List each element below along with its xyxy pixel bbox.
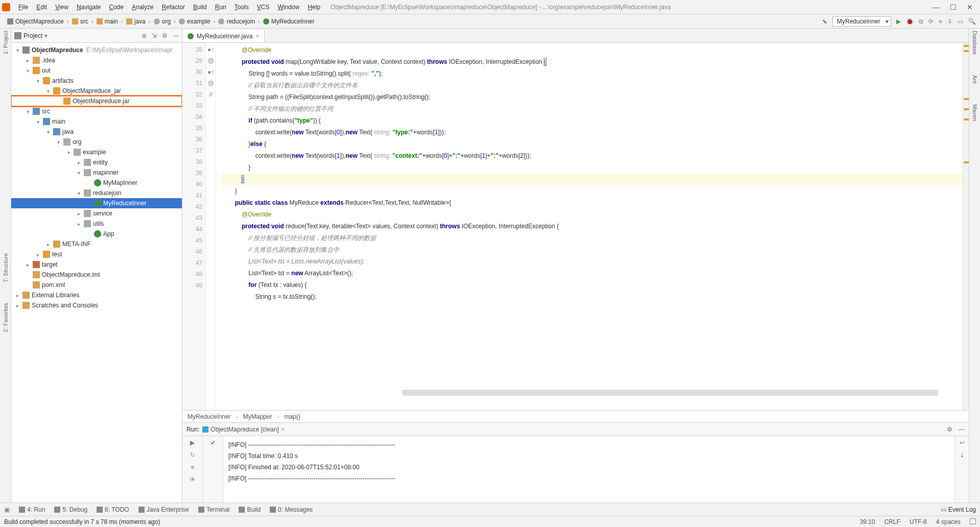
tree-item[interactable]: ObjectMapreduce.jar <box>11 96 182 106</box>
code-editor[interactable]: @Override protected void map(LongWritabl… <box>216 43 963 410</box>
tool-tab-ant[interactable]: Ant <box>972 75 978 84</box>
tree-item[interactable]: App <box>11 229 182 239</box>
maximize-button[interactable]: ☐ <box>950 3 956 11</box>
breadcrumb-item[interactable]: src <box>69 17 91 26</box>
tree-item[interactable]: ▾example <box>11 147 182 157</box>
bottom-tool-6-todo[interactable]: 6: TODO <box>97 506 129 513</box>
tree-item[interactable]: ▸target <box>11 259 182 270</box>
line-separator[interactable]: CRLF <box>884 518 900 525</box>
search-everywhere-icon[interactable]: 🔍 <box>968 18 976 25</box>
bottom-tool-4-run[interactable]: 4: Run <box>19 506 45 513</box>
tool-tab-maven[interactable]: Maven <box>972 104 978 121</box>
breadcrumb-item[interactable]: org <box>151 17 174 26</box>
breadcrumb-item[interactable]: ObjectMapreduce <box>4 17 67 26</box>
tree-item[interactable]: MyReduceInner <box>11 198 182 208</box>
caret-position[interactable]: 39:10 <box>860 518 875 525</box>
tree-item[interactable]: ▸Scratches and Consoles <box>11 300 182 310</box>
run-settings-icon[interactable]: ⚙ <box>947 426 952 433</box>
tree-item[interactable]: ▾reducejoin <box>11 188 182 198</box>
close-button[interactable]: ✕ <box>967 3 973 11</box>
update-icon[interactable]: ⇩ <box>947 18 952 25</box>
indent-setting[interactable]: 4 spaces <box>936 518 961 525</box>
bottom-tool-0-messages[interactable]: 0: Messages <box>270 506 313 513</box>
menu-tools[interactable]: Tools <box>230 2 253 13</box>
bottom-tool-terminal[interactable]: Terminal <box>198 506 229 513</box>
tree-item[interactable]: ▸META-INF <box>11 239 182 249</box>
tree-item[interactable]: ▸utils <box>11 219 182 229</box>
breadcrumb-item[interactable]: main <box>94 17 121 26</box>
tree-item[interactable]: MyMapInner <box>11 178 182 188</box>
build-icon[interactable]: ⬊ <box>822 18 827 25</box>
run-console[interactable]: [INFO] ---------------------------------… <box>223 436 954 502</box>
tree-root[interactable]: ▾ObjectMapreduceE:\MyEclipse\Workspaces\… <box>11 45 182 55</box>
menu-help[interactable]: Help <box>304 2 324 13</box>
menu-analyze[interactable]: Analyze <box>128 2 158 13</box>
readonly-lock-icon[interactable] <box>970 518 976 524</box>
breadcrumb-item[interactable]: example <box>176 17 213 26</box>
bottom-tool-build[interactable]: Build <box>239 506 261 513</box>
menu-build[interactable]: Build <box>189 2 211 13</box>
settings-icon[interactable]: ⚙ <box>162 32 168 39</box>
tree-item[interactable]: ▾ObjectMapreduce_jar <box>11 86 182 96</box>
horizontal-scrollbar[interactable] <box>402 390 938 396</box>
close-tab-icon[interactable]: × <box>255 33 259 40</box>
run-hide-icon[interactable]: — <box>959 426 965 433</box>
profile-icon[interactable]: ⟳ <box>928 18 934 25</box>
close-run-tab-icon[interactable]: × <box>281 426 285 433</box>
tree-item[interactable]: ▾mapinner <box>11 167 182 178</box>
run-config-dropdown[interactable]: MyReduceInner <box>832 16 891 27</box>
menu-edit[interactable]: Edit <box>32 2 51 13</box>
soft-wrap-icon[interactable]: ↩ <box>960 439 965 446</box>
editor-breadcrumbs[interactable]: MyReduceInner› MyMapper› map() <box>182 410 969 422</box>
tree-item[interactable]: ▸.idea <box>11 55 182 65</box>
coverage-icon[interactable]: ⧉ <box>919 18 923 25</box>
tree-item[interactable]: ▸External Libraries <box>11 290 182 300</box>
breadcrumb-item[interactable]: MyReduceInner <box>260 17 318 26</box>
tool-tab-database[interactable]: Database <box>972 31 978 55</box>
rerun-icon[interactable]: ▶ <box>190 439 195 446</box>
breadcrumb-item[interactable]: reducejoin <box>215 17 258 26</box>
tree-item[interactable]: ▾main <box>11 116 182 127</box>
scroll-end-icon[interactable]: ⤓ <box>960 451 965 459</box>
menu-file[interactable]: File <box>14 2 32 13</box>
rerun-failed-icon[interactable]: ↻ <box>190 451 195 459</box>
tree-item[interactable]: pom.xml <box>11 280 182 290</box>
menu-refactor[interactable]: Refactor <box>158 2 189 13</box>
attach-icon[interactable]: 👁 <box>190 476 196 483</box>
tool-tab-project[interactable]: 1: Project <box>3 31 9 54</box>
debug-button-icon[interactable]: 🐞 <box>906 18 914 25</box>
project-tree[interactable]: ▾ObjectMapreduceE:\MyEclipse\Workspaces\… <box>11 43 182 502</box>
tool-tab-favorites[interactable]: 2: Favorites <box>3 303 9 332</box>
menu-vcs[interactable]: VCS <box>253 2 274 13</box>
menu-view[interactable]: View <box>51 2 73 13</box>
menu-run[interactable]: Run <box>211 2 230 13</box>
stop-run-icon[interactable]: ■ <box>191 464 194 471</box>
tree-item[interactable]: ▾out <box>11 65 182 76</box>
editor-tab[interactable]: MyReduceInner.java × <box>182 30 265 42</box>
error-stripe[interactable] <box>963 43 969 410</box>
run-button-icon[interactable]: ▶ <box>896 18 901 25</box>
locate-icon[interactable]: ⊕ <box>142 32 147 39</box>
file-encoding[interactable]: UTF-8 <box>909 518 927 525</box>
stop-icon[interactable]: ■ <box>939 18 942 25</box>
tree-item[interactable]: ▸service <box>11 208 182 219</box>
bottom-tool-java-enterprise[interactable]: Java Enterprise <box>138 506 189 513</box>
project-panel-title[interactable]: Project ▾ <box>14 32 48 39</box>
run-config-label[interactable]: ObjectMapreduce [clean] <box>202 426 278 433</box>
tool-tab-structure[interactable]: 7: Structure <box>3 253 9 282</box>
tree-item[interactable]: ▾src <box>11 106 182 116</box>
expand-icon[interactable]: ⇲ <box>152 32 157 39</box>
tree-item[interactable]: ▾artifacts <box>11 76 182 86</box>
show-toolwindows-icon[interactable]: ▣ <box>4 506 10 513</box>
bottom-tool-5-debug[interactable]: 5: Debug <box>54 506 87 513</box>
tree-item[interactable]: ObjectMapreduce.iml <box>11 270 182 280</box>
menu-navigate[interactable]: Navigate <box>73 2 105 13</box>
menu-code[interactable]: Code <box>105 2 128 13</box>
tree-item[interactable]: ▾org <box>11 137 182 147</box>
tree-item[interactable]: ▸entity <box>11 157 182 167</box>
structure-button-icon[interactable]: ▭ <box>958 18 963 25</box>
tree-item[interactable]: ▾java <box>11 127 182 137</box>
gutter-icons[interactable]: ●↑ @●↑ @// <box>206 43 216 410</box>
menu-window[interactable]: Window <box>273 2 304 13</box>
hide-icon[interactable]: — <box>173 32 179 39</box>
